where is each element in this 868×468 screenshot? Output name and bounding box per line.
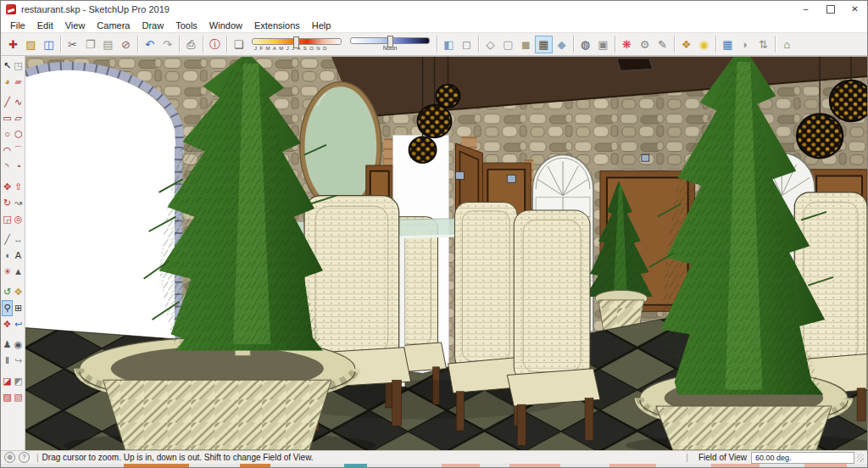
get-models-icon[interactable]: ⌂ [778,36,796,53]
shaded-with-textures-icon[interactable]: ▦ [535,36,553,53]
menu-help[interactable]: Help [306,20,337,31]
new-icon[interactable]: ✚ [4,36,22,53]
menu-extensions[interactable]: Extensions [248,20,306,31]
x-ray-icon[interactable]: ◧ [440,36,458,53]
tool-polygon[interactable]: ⬡ [13,126,24,142]
tool-axes[interactable]: ✳ [2,264,13,280]
tool-text[interactable]: A [13,248,24,264]
print-icon[interactable]: ⎙ [182,36,200,53]
tool-arc[interactable]: ◠ [2,142,13,159]
monochrome-icon[interactable]: ◆ [553,36,570,53]
tool-three-point-arc[interactable]: ◝ [2,159,13,175]
tool-rectangle[interactable]: ▭ [2,110,13,126]
tool-position-camera[interactable]: ♟ [2,337,13,353]
menu-window[interactable]: Window [203,20,248,31]
tool-select[interactable]: ↖ [2,58,13,74]
menu-file[interactable]: File [4,20,31,31]
tool-orbit[interactable]: ↺ [2,284,13,300]
shadow-time-thumb[interactable] [387,36,393,47]
palette-row: ◝◔ [1,159,25,175]
back-edges-icon[interactable]: ◻ [458,36,476,53]
menu-camera[interactable]: Camera [91,20,136,31]
menu-tools[interactable]: Tools [170,20,203,31]
tool-section-fill[interactable]: ▧ [13,389,24,405]
tool-scale[interactable]: ◲ [2,211,13,227]
geolocation-icon[interactable]: ◍ [576,36,594,53]
shaded-icon[interactable]: ◼ [517,36,535,53]
menu-edit[interactable]: Edit [31,20,59,31]
model-info-icon[interactable]: ⓘ [206,36,224,53]
tool-line[interactable]: ╱ [2,94,13,110]
tool-circle[interactable]: ○ [2,126,13,142]
palette-row: ▭▱ [1,110,25,126]
shadow-toggle-icon[interactable]: ❏ [230,36,248,53]
redo-icon[interactable]: ↷ [159,36,176,53]
components-icon[interactable]: ⚙ [636,36,654,53]
cut-icon[interactable]: ✂ [64,36,81,53]
maximize-button[interactable] [818,1,843,18]
up-down-icon[interactable]: ⇅ [754,36,772,53]
tool-next[interactable]: ↪ [13,353,24,369]
minimize-button[interactable]: – [793,1,818,18]
resize-grip[interactable] [857,454,864,462]
toolbar-group-style-edges: ◧◻ [440,36,476,53]
tool-section-plane[interactable]: ◪ [2,373,13,389]
tool-push-pull[interactable]: ⇧ [13,179,24,195]
tool-pan[interactable]: ✥ [13,284,24,300]
hidden-line-icon[interactable]: ▢ [499,36,517,53]
sketchup-logo-icon [6,4,16,14]
shadow-date-thumb[interactable] [293,36,299,48]
tool-rotated-rectangle[interactable]: ▱ [13,110,24,126]
tool-two-point-arc[interactable]: ⌒ [13,142,24,159]
tool-follow-me[interactable]: ↝ [13,195,24,211]
menu-view[interactable]: View [59,20,92,31]
close-button[interactable]: ✕ [843,1,867,18]
tool-3d-text[interactable]: ▲ [13,264,24,280]
tool-section-display[interactable]: ◩ [13,373,24,389]
toolbar-group-panels: ❋⚙✎ [618,36,671,53]
tool-eraser[interactable]: ▰ [13,74,24,90]
paste-icon[interactable]: ▤ [99,36,117,53]
viewport-scene [25,57,867,450]
tool-zoom-extents[interactable]: ❖ [2,316,13,332]
undo-icon[interactable]: ↶ [141,36,159,53]
toggle-terrain-icon[interactable]: ◗ [737,36,754,53]
photo-texture-icon[interactable]: ▣ [594,36,612,53]
tool-tape-measure[interactable]: ╱ [2,231,13,248]
help-status-icon[interactable]: ? [19,452,30,463]
shadow-date-track [252,38,342,45]
tool-look-around[interactable]: ◉ [13,337,24,353]
tool-protractor[interactable]: ◖ [2,248,13,264]
add-location-icon[interactable]: ▦ [719,36,737,53]
lightbulb-icon[interactable]: ◉ [695,36,713,53]
save-icon[interactable]: ◫ [40,36,58,53]
measurement-box[interactable]: 60.00 deg. [751,452,854,464]
swatches-icon[interactable]: ❖ [677,36,695,53]
styles-icon[interactable]: ✎ [654,36,671,53]
3d-viewport[interactable] [25,56,867,450]
tool-previous[interactable]: ↩ [13,316,24,332]
tool-offset[interactable]: ◎ [13,211,24,227]
palette-row: ↖◳ [1,58,25,74]
tool-section-cut[interactable]: ▨ [2,389,13,405]
tool-make-component[interactable]: ◳ [13,58,24,74]
tool-dimension[interactable]: ↔ [13,231,24,248]
tool-zoom-window[interactable]: ⊞ [13,300,24,316]
tool-zoom[interactable]: ⚲ [2,300,13,316]
copy-icon[interactable]: ❐ [81,36,99,53]
menu-draw[interactable]: Draw [136,20,170,31]
tool-walk[interactable]: ‖ [2,353,13,369]
materials-icon[interactable]: ❋ [618,36,636,53]
tool-pie[interactable]: ◔ [13,159,24,175]
shadow-time-slider[interactable]: Noon [350,37,430,51]
tool-freehand[interactable]: ∿ [13,94,24,110]
tool-move[interactable]: ✥ [2,179,13,195]
wireframe-icon[interactable]: ◇ [481,36,499,53]
tool-paint-bucket[interactable]: ◕ [2,74,13,90]
shadow-date-slider[interactable]: JFMAMJJASOND [252,38,342,51]
open-icon[interactable]: ▨ [22,36,40,53]
geolocation-status-icon[interactable]: ◍ [4,452,15,463]
erase-icon[interactable]: ⊘ [117,36,135,53]
palette-row: ✥⇧ [1,179,25,195]
tool-rotate[interactable]: ↻ [2,195,13,211]
